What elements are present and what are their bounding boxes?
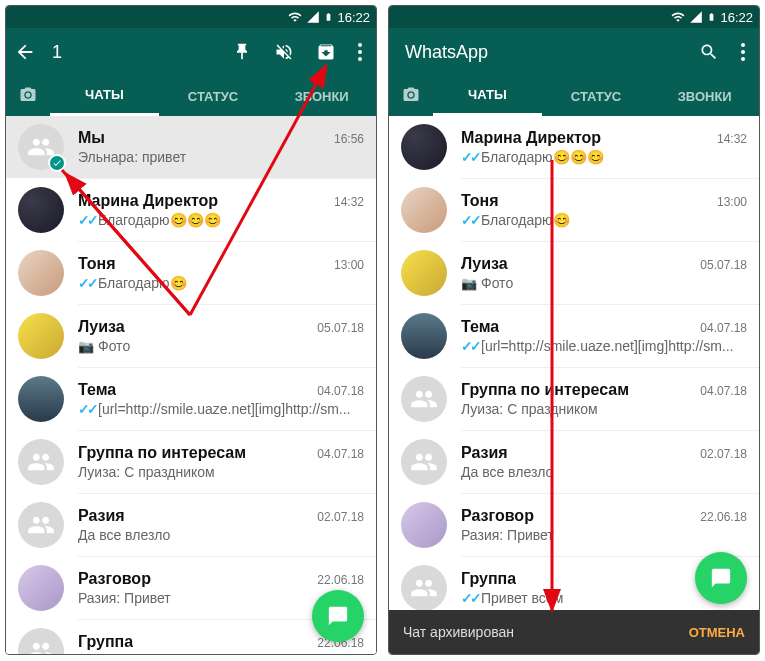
chat-item[interactable]: Разговор22.06.18Разия: Привет (389, 494, 759, 556)
chat-avatar[interactable] (18, 313, 64, 359)
chat-preview: Луиза: С праздником (461, 401, 598, 417)
tab-chats[interactable]: ЧАТЫ (433, 76, 542, 116)
status-time: 16:22 (337, 10, 370, 25)
chat-item[interactable]: Тоня13:00✓✓Благодарю😊 (389, 179, 759, 241)
chat-preview: Фото (481, 275, 513, 291)
snackbar-undo[interactable]: ОТМЕНА (689, 625, 745, 640)
chat-avatar[interactable] (18, 250, 64, 296)
battery-icon (707, 10, 716, 24)
signal-icon (689, 10, 703, 24)
wifi-icon (288, 10, 302, 24)
chat-item[interactable]: Марина Директор14:32✓✓Благодарю😊😊😊 (6, 179, 376, 241)
chat-avatar[interactable] (401, 376, 447, 422)
new-chat-fab[interactable] (312, 590, 364, 642)
chat-item[interactable]: Тоня13:00✓✓Благодарю😊 (6, 242, 376, 304)
menu-icon[interactable] (741, 43, 745, 61)
chat-avatar[interactable] (401, 502, 447, 548)
chat-preview: Благодарю😊 (98, 275, 187, 291)
chat-preview: Привет всем (481, 590, 563, 606)
search-icon[interactable] (699, 42, 719, 62)
chat-preview: Благодарю😊😊😊 (481, 149, 604, 165)
chat-name: Разговор (461, 507, 534, 525)
chat-avatar[interactable] (401, 313, 447, 359)
chat-name: Группа (461, 570, 516, 588)
tab-calls[interactable]: ЗВОНКИ (267, 76, 376, 116)
tab-chats[interactable]: ЧАТЫ (50, 76, 159, 116)
chat-name: Луиза (461, 255, 508, 273)
read-ticks-icon: ✓✓ (461, 212, 479, 228)
chat-item[interactable]: Тема04.07.18✓✓[url=http://smile.uaze.net… (6, 368, 376, 430)
selection-count: 1 (52, 42, 232, 63)
chat-list-left[interactable]: Мы16:56Эльнара: приветМарина Директор14:… (6, 116, 376, 654)
chat-item[interactable]: Тема04.07.18✓✓[url=http://smile.uaze.net… (389, 305, 759, 367)
tab-status[interactable]: СТАТУС (159, 76, 268, 116)
chat-item[interactable]: Марина Директор14:32✓✓Благодарю😊😊😊 (389, 116, 759, 178)
chat-preview: Привет всем (98, 653, 180, 654)
chat-avatar[interactable] (18, 376, 64, 422)
chat-time: 22.06.18 (317, 573, 364, 587)
chat-time: 02.07.18 (317, 510, 364, 524)
chat-item[interactable]: Луиза05.07.18📷Фото (6, 305, 376, 367)
chat-name: Луиза (78, 318, 125, 336)
chat-name: Марина Директор (461, 129, 601, 147)
chat-avatar[interactable] (401, 439, 447, 485)
chat-time: 05.07.18 (700, 258, 747, 272)
archive-icon[interactable] (316, 42, 336, 62)
chat-preview: Фото (98, 338, 130, 354)
wifi-icon (671, 10, 685, 24)
chat-avatar[interactable] (18, 565, 64, 611)
chat-time: 04.07.18 (317, 384, 364, 398)
chat-name: Тоня (78, 255, 116, 273)
chat-item[interactable]: Группа по интересам04.07.18Луиза: С праз… (6, 431, 376, 493)
read-ticks-icon: ✓✓ (78, 653, 96, 654)
chat-item[interactable]: Разия02.07.18Да все влезло (389, 431, 759, 493)
chat-preview: Эльнара: привет (78, 149, 186, 165)
chat-name: Разия (78, 507, 125, 525)
chat-time: 04.07.18 (317, 447, 364, 461)
chat-preview: [url=http://smile.uaze.net][img]http://s… (481, 338, 734, 354)
chat-avatar[interactable] (401, 565, 447, 611)
chat-avatar[interactable] (401, 250, 447, 296)
chat-name: Тема (461, 318, 499, 336)
read-ticks-icon: ✓✓ (461, 149, 479, 165)
chat-time: 05.07.18 (317, 321, 364, 335)
read-ticks-icon: ✓✓ (78, 212, 96, 228)
chat-avatar[interactable] (401, 124, 447, 170)
chat-avatar[interactable] (18, 502, 64, 548)
chat-time: 04.07.18 (700, 384, 747, 398)
pin-icon[interactable] (232, 42, 252, 62)
status-bar: 16:22 (6, 6, 376, 28)
camera-tab[interactable] (389, 86, 433, 107)
chat-preview: Разия: Привет (461, 527, 554, 543)
new-chat-fab[interactable] (695, 552, 747, 604)
chat-name: Разговор (78, 570, 151, 588)
tab-status[interactable]: СТАТУС (542, 76, 651, 116)
chat-time: 14:32 (717, 132, 747, 146)
mute-icon[interactable] (274, 42, 294, 62)
chat-name: Группа по интересам (78, 444, 246, 462)
phone-left: 16:22 1 ЧАТЫ СТАТУС ЗВОНКИ Мы16:56Эльнар… (5, 5, 377, 655)
chat-name: Марина Директор (78, 192, 218, 210)
chat-time: 02.07.18 (700, 447, 747, 461)
tab-calls[interactable]: ЗВОНКИ (650, 76, 759, 116)
read-ticks-icon: ✓✓ (78, 401, 96, 417)
chat-preview: Благодарю😊 (481, 212, 570, 228)
read-ticks-icon: ✓✓ (78, 275, 96, 291)
selected-check-icon (48, 154, 66, 172)
back-icon[interactable] (14, 41, 36, 63)
read-ticks-icon: ✓✓ (461, 338, 479, 354)
chat-item[interactable]: Группа по интересам04.07.18Луиза: С праз… (389, 368, 759, 430)
chat-avatar[interactable] (401, 187, 447, 233)
chat-avatar[interactable] (18, 187, 64, 233)
chat-item[interactable]: Мы16:56Эльнара: привет (6, 116, 376, 178)
chat-avatar[interactable] (18, 439, 64, 485)
chat-avatar[interactable] (18, 124, 64, 170)
menu-icon[interactable] (358, 43, 362, 61)
status-bar: 16:22 (389, 6, 759, 28)
camera-tab[interactable] (6, 86, 50, 107)
app-bar-selection: 1 (6, 28, 376, 76)
chat-avatar[interactable] (18, 628, 64, 654)
chat-preview: Да все влезло (78, 527, 170, 543)
chat-item[interactable]: Луиза05.07.18📷Фото (389, 242, 759, 304)
chat-item[interactable]: Разия02.07.18Да все влезло (6, 494, 376, 556)
